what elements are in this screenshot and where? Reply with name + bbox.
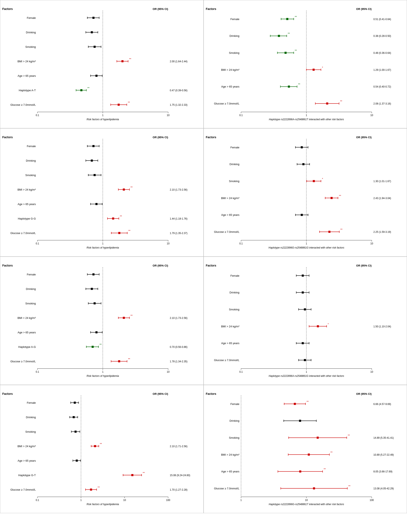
svg-rect-169 <box>302 163 304 165</box>
svg-rect-359 <box>299 420 301 422</box>
svg-text:**: ** <box>131 186 133 189</box>
forest-panel-panel-3-left: FactorsOR (95% CI)0.1110Risk factors of … <box>0 257 204 385</box>
or-header: OR (95% CI) <box>356 8 372 11</box>
svg-text:Haplotype G-T: Haplotype G-T <box>18 474 36 477</box>
svg-rect-259 <box>302 274 304 277</box>
svg-text:Haplotype A-G: Haplotype A-G <box>18 345 36 349</box>
svg-text:**: ** <box>340 100 342 103</box>
svg-text:**: ** <box>348 434 350 437</box>
svg-text:Age > 65 years: Age > 65 years <box>221 213 239 216</box>
panel-title: Factors <box>206 392 216 395</box>
svg-text:Smoking: Smoking <box>229 51 239 54</box>
svg-text:1: 1 <box>305 242 307 245</box>
svg-text:1: 1 <box>240 499 242 502</box>
svg-text:1.29 (1.00-1.67): 1.29 (1.00-1.67) <box>373 68 391 71</box>
svg-text:10: 10 <box>167 242 170 245</box>
svg-text:**: ** <box>295 15 297 18</box>
svg-text:Haplotype rs2222896G-rs2548861: Haplotype rs2222896G-rs2548861G interact… <box>268 246 344 249</box>
svg-rect-119 <box>91 160 93 162</box>
or-header: OR (95% CI) <box>153 8 168 11</box>
forest-panel-panel-3-right: FactorsOR (95% CI)0.1110Haplotype rs2222… <box>204 257 407 385</box>
svg-text:*: * <box>322 66 323 69</box>
svg-text:0.1: 0.1 <box>239 370 243 373</box>
forest-panel-panel-1-right: FactorsOR (95% CI)0.1110Haplotype rs2222… <box>204 0 407 128</box>
svg-text:BMI > 24 kg/m²: BMI > 24 kg/m² <box>17 445 36 448</box>
svg-text:**: ** <box>131 314 133 317</box>
svg-rect-274 <box>317 325 319 327</box>
svg-text:Risk factors of hyperlipidemia: Risk factors of hyperlipidemia <box>86 503 119 506</box>
svg-text:1: 1 <box>305 370 307 373</box>
svg-text:Age > 65 years: Age > 65 years <box>18 459 36 462</box>
svg-rect-281 <box>302 342 304 344</box>
svg-text:Haplotype rs2222896A-rs2548861: Haplotype rs2222896A-rs2548861G interact… <box>269 374 344 377</box>
svg-text:1.44 (1.18-1.76): 1.44 (1.18-1.76) <box>170 217 188 220</box>
svg-text:6.66 (4.57-9.69): 6.66 (4.57-9.69) <box>373 403 391 406</box>
svg-text:Female: Female <box>27 273 36 276</box>
svg-text:0.51 (0.41-0.64): 0.51 (0.41-0.64) <box>373 18 391 21</box>
svg-text:10: 10 <box>123 499 126 502</box>
svg-text:**: ** <box>295 49 297 52</box>
svg-text:0.1: 0.1 <box>239 114 243 117</box>
svg-text:13.08 (4.05-42.29): 13.08 (4.05-42.29) <box>373 487 394 490</box>
svg-text:0.1: 0.1 <box>36 242 39 245</box>
svg-text:Haplotype rs2222896A-rs2548861: Haplotype rs2222896A-rs2548861T interact… <box>269 118 344 121</box>
svg-rect-124 <box>94 174 96 176</box>
svg-rect-28 <box>121 60 124 62</box>
svg-text:Smoking: Smoking <box>229 180 239 183</box>
svg-text:1.78 (1.34-2.35): 1.78 (1.34-2.35) <box>170 360 188 363</box>
svg-rect-219 <box>94 302 96 304</box>
svg-text:Drinking: Drinking <box>26 416 36 419</box>
svg-rect-324 <box>76 460 78 462</box>
panel-title: Factors <box>206 136 216 139</box>
svg-text:100: 100 <box>166 499 170 502</box>
svg-text:Glucose ≥ 7.0mmol/L: Glucose ≥ 7.0mmol/L <box>214 359 239 362</box>
svg-text:Risk factors of hyperlipidemia: Risk factors of hyperlipidemia <box>86 118 119 121</box>
svg-rect-114 <box>92 145 94 147</box>
svg-text:BMI > 24 kg/m²: BMI > 24 kg/m² <box>221 325 239 328</box>
svg-text:0.38 (0.28-0.50): 0.38 (0.28-0.50) <box>373 35 391 38</box>
svg-text:**: ** <box>128 357 130 361</box>
svg-text:**: ** <box>330 451 332 454</box>
svg-rect-286 <box>304 359 306 361</box>
svg-rect-136 <box>95 203 98 205</box>
svg-text:8.05 (3.66-17.69): 8.05 (3.66-17.69) <box>373 470 392 473</box>
svg-text:1.75 (1.32-2.33): 1.75 (1.32-2.33) <box>170 103 188 106</box>
forest-plot-svg: 0.1110Risk factors of hyperlipidemiaFema… <box>0 139 204 251</box>
svg-rect-148 <box>118 232 120 234</box>
svg-text:*: * <box>322 177 323 180</box>
svg-rect-336 <box>90 488 92 491</box>
svg-rect-209 <box>92 273 94 275</box>
svg-text:Glucose ≥ 7.0mmol/L: Glucose ≥ 7.0mmol/L <box>214 102 239 105</box>
or-header: OR (95% CI) <box>153 264 168 267</box>
svg-rect-224 <box>123 317 125 319</box>
svg-rect-317 <box>94 445 96 447</box>
or-header: OR (95% CI) <box>356 392 372 395</box>
svg-text:Female: Female <box>27 401 36 404</box>
svg-text:**: ** <box>100 343 102 346</box>
svg-text:0.1: 0.1 <box>239 242 243 245</box>
svg-text:Smoking: Smoking <box>25 174 36 177</box>
svg-text:**: ** <box>143 471 145 474</box>
svg-rect-35 <box>95 75 98 77</box>
svg-text:10: 10 <box>370 242 373 245</box>
svg-rect-91 <box>288 86 290 88</box>
svg-rect-141 <box>112 218 114 220</box>
svg-text:Glucose ≥ 7.0mmol/L: Glucose ≥ 7.0mmol/L <box>10 232 36 235</box>
svg-rect-181 <box>330 197 332 199</box>
svg-text:**: ** <box>298 83 300 86</box>
panel-title: Factors <box>2 264 13 267</box>
svg-text:Drinking: Drinking <box>229 291 239 294</box>
forest-plot-svg: 0.1110Haplotype rs2222896A-rs2548861T in… <box>204 11 407 122</box>
svg-rect-302 <box>74 402 76 404</box>
svg-text:2.10 (1.71-2.56): 2.10 (1.71-2.56) <box>170 445 188 448</box>
svg-text:1.79 (1.35-2.37): 1.79 (1.35-2.37) <box>170 232 188 235</box>
svg-rect-23 <box>94 46 96 48</box>
svg-text:**: ** <box>128 101 130 104</box>
svg-text:**: ** <box>98 486 100 489</box>
svg-rect-193 <box>328 231 330 233</box>
svg-rect-84 <box>313 69 315 71</box>
svg-rect-18 <box>91 31 93 33</box>
svg-rect-77 <box>284 52 286 54</box>
svg-rect-70 <box>278 35 280 37</box>
svg-rect-214 <box>91 288 93 290</box>
